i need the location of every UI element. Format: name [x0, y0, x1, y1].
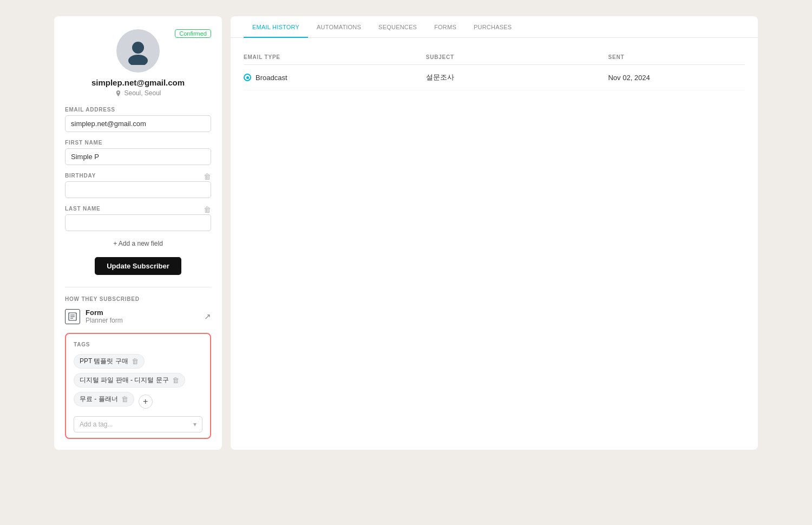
tag-label-0: PPT 템플릿 구매 [80, 357, 128, 366]
table-header: EMAIL TYPE SUBJECT SENT [244, 49, 745, 65]
tab-sequences[interactable]: SEQUENCES [370, 16, 425, 38]
email-field-input[interactable] [65, 115, 211, 132]
last-name-delete-icon[interactable]: 🗑 [204, 206, 211, 213]
tags-row-2: 무료 - 플래너 🗑 + [74, 392, 202, 411]
email-field-section: EMAIL ADDRESS [65, 107, 211, 140]
first-name-field-label: FIRST NAME [65, 140, 211, 146]
broadcast-dot-inner [246, 76, 249, 79]
location-icon [115, 90, 122, 97]
email-field-label: EMAIL ADDRESS [65, 107, 211, 113]
tags-section: TAGS PPT 템플릿 구매 🗑 디지털 파일 판매 - 디지털 문구 🗑 무… [65, 333, 211, 439]
subscribed-form-info: Form Planner form [86, 309, 123, 324]
tag-label-2: 무료 - 플래너 [80, 395, 118, 404]
right-panel: EMAIL HISTORY AUTOMATIONS SEQUENCES FORM… [231, 16, 758, 450]
form-icon [65, 309, 80, 324]
email-type-cell: Broadcast [244, 74, 426, 82]
last-name-field-label: LAST NAME [65, 206, 211, 212]
add-tag-placeholder: Add a tag... [80, 421, 113, 428]
subscribed-left: Form Planner form [65, 309, 123, 324]
tags-row-1: 디지털 파일 판매 - 디지털 문구 🗑 [74, 373, 202, 392]
subscribed-section-title: HOW THEY SUBSCRIBED [65, 296, 211, 302]
tag-item-1: 디지털 파일 판매 - 디지털 문구 🗑 [74, 373, 185, 388]
page-container: Confirmed simplep.net@gmail.com Seoul, S… [54, 16, 758, 450]
col-email-type: EMAIL TYPE [244, 54, 426, 60]
first-name-field-input[interactable] [65, 148, 211, 165]
tag-delete-0[interactable]: 🗑 [132, 357, 139, 365]
birthday-field-label: BIRTHDAY [65, 173, 211, 179]
subject-value: 설문조사 [426, 73, 608, 82]
add-field-link[interactable]: + Add a new field [113, 240, 163, 247]
subscribed-form-type: Form [86, 309, 123, 317]
dropdown-chevron-icon: ▾ [193, 421, 197, 428]
confirmed-badge: Confirmed [175, 29, 211, 38]
tags-row: PPT 템플릿 구매 🗑 [74, 354, 202, 373]
col-sent: SENT [608, 54, 745, 60]
last-name-field-section: LAST NAME 🗑 [65, 206, 211, 239]
svg-point-0 [132, 42, 144, 54]
birthday-delete-icon[interactable]: 🗑 [204, 173, 211, 180]
tab-forms[interactable]: FORMS [425, 16, 465, 38]
subscribed-section: HOW THEY SUBSCRIBED Form Planner form [65, 287, 211, 324]
tab-automations[interactable]: AUTOMATIONS [308, 16, 370, 38]
col-subject: SUBJECT [426, 54, 608, 60]
user-email: simplep.net@gmail.com [91, 78, 185, 87]
tabs-bar: EMAIL HISTORY AUTOMATIONS SEQUENCES FORM… [231, 16, 758, 38]
tag-label-1: 디지털 파일 판매 - 디지털 문구 [80, 376, 169, 385]
avatar-section: Confirmed simplep.net@gmail.com Seoul, S… [65, 29, 211, 107]
tag-add-button[interactable]: + [139, 395, 153, 409]
subscribed-row: Form Planner form ↗ [65, 309, 211, 324]
tab-purchases[interactable]: PURCHASES [465, 16, 520, 38]
broadcast-status-icon [244, 74, 251, 81]
last-name-field-input[interactable] [65, 214, 211, 231]
email-type-value: Broadcast [256, 74, 287, 82]
email-history-table: EMAIL TYPE SUBJECT SENT Broadcast 설문조사 N… [231, 38, 758, 90]
birthday-field-row: BIRTHDAY 🗑 [65, 173, 211, 179]
subscribed-form-name: Planner form [86, 317, 123, 324]
tag-delete-1[interactable]: 🗑 [172, 376, 179, 384]
user-location: Seoul, Seoul [115, 89, 161, 97]
tab-email-history[interactable]: EMAIL HISTORY [244, 16, 308, 38]
external-link-icon[interactable]: ↗ [204, 312, 211, 321]
svg-point-1 [128, 55, 148, 65]
sent-value: Nov 02, 2024 [608, 74, 745, 82]
birthday-field-section: BIRTHDAY 🗑 [65, 173, 211, 206]
first-name-field-section: FIRST NAME [65, 140, 211, 173]
birthday-field-input[interactable] [65, 181, 211, 198]
add-tag-dropdown[interactable]: Add a tag... ▾ [74, 416, 202, 432]
left-panel: Confirmed simplep.net@gmail.com Seoul, S… [54, 16, 222, 450]
location-text: Seoul, Seoul [124, 89, 161, 97]
tags-title: TAGS [74, 342, 202, 347]
last-name-field-row: LAST NAME 🗑 [65, 206, 211, 212]
svg-point-2 [118, 91, 120, 93]
update-subscriber-button[interactable]: Update Subscriber [95, 257, 181, 275]
tag-delete-2[interactable]: 🗑 [121, 395, 128, 403]
tag-item-0: PPT 템플릿 구매 🗑 [74, 354, 145, 369]
avatar [116, 29, 160, 73]
tag-item-2: 무료 - 플래너 🗑 [74, 392, 134, 406]
table-row: Broadcast 설문조사 Nov 02, 2024 [244, 65, 745, 90]
